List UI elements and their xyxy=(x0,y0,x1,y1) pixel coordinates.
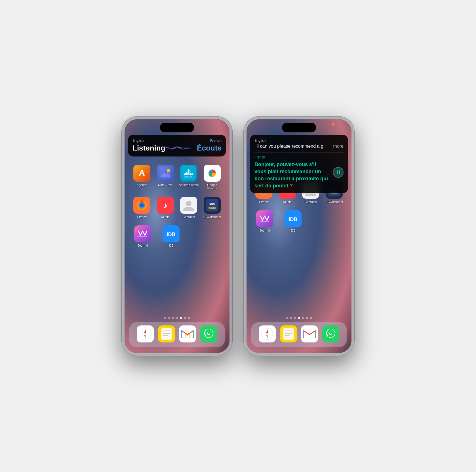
idb-label-1: iDB xyxy=(169,244,174,247)
page-dots-1 xyxy=(125,317,229,319)
translation-overlay-1[interactable]: English French Listening xyxy=(128,135,226,156)
phone-2: English Hi can you please recommend a g … xyxy=(244,117,354,356)
music-label-1: Music xyxy=(161,215,169,219)
idb-label-2: iDB xyxy=(290,229,296,232)
music-icon-1: ♪ xyxy=(157,197,174,214)
firefox-label-2: Firefox xyxy=(259,200,269,204)
gphotos-label: Google Photos xyxy=(202,183,222,190)
dock-safari-1[interactable] xyxy=(135,325,155,344)
dock-gmail-1[interactable] xyxy=(177,325,198,344)
svg-text:iDB: iDB xyxy=(289,217,298,222)
dot2-3 xyxy=(294,317,296,319)
app-item-liccustomer-1[interactable]: BBC digital LICCustomer xyxy=(202,197,222,219)
dock-notes-1[interactable] xyxy=(156,325,177,344)
app-row-2-2: Journal iDB iDB xyxy=(252,210,346,232)
dot-4 xyxy=(176,317,178,319)
lang-label-english-1: English xyxy=(132,139,144,143)
app-row-2: Firefox ♪ Music xyxy=(130,197,224,219)
orange-dot xyxy=(332,123,334,126)
page-dots-2 xyxy=(247,317,351,319)
liccustomer-icon-1: BBC digital xyxy=(204,197,221,214)
french-translation-text: Bonjour, pouvez-vous s'il vous plaît rec… xyxy=(254,161,344,190)
app-item-notecircle[interactable]: NoteCircle xyxy=(155,165,176,190)
phone-1-frame: English French Listening xyxy=(122,117,232,356)
dock-notes-2[interactable] xyxy=(278,325,299,344)
gmail-icon-1 xyxy=(179,325,196,342)
journal-icon-1 xyxy=(134,225,151,242)
app-item-agenda[interactable]: A Agenda xyxy=(132,165,152,190)
app-item-idb-2[interactable]: iDB iDB xyxy=(283,210,303,232)
dot-1 xyxy=(164,317,166,319)
dot2-5 xyxy=(302,317,304,319)
svg-rect-66 xyxy=(285,331,292,331)
dot2-1 xyxy=(286,317,288,319)
pause-icon xyxy=(337,170,340,174)
svg-point-15 xyxy=(140,203,144,207)
svg-rect-37 xyxy=(163,333,170,334)
firefox-label-1: Firefox xyxy=(137,215,147,219)
app-item-music-1[interactable]: ♪ Music xyxy=(155,197,176,219)
app-item-gphotos[interactable]: Google Photos xyxy=(202,165,222,190)
svg-rect-21 xyxy=(206,199,218,211)
svg-rect-36 xyxy=(163,331,170,331)
dock-safari-2[interactable] xyxy=(257,325,277,344)
more-button[interactable]: more xyxy=(333,144,344,149)
dock-1 xyxy=(129,322,225,347)
notes-icon-2 xyxy=(280,325,297,342)
app-row-1: A Agenda xyxy=(130,165,224,190)
phone-1: English French Listening xyxy=(122,117,232,356)
divider xyxy=(254,152,344,153)
dynamic-island-1 xyxy=(160,123,194,132)
notecircle-label: NoteCircle xyxy=(158,183,172,187)
dock-whatsapp-1[interactable] xyxy=(199,325,219,344)
app-item-firefox-1[interactable]: Firefox xyxy=(132,197,152,219)
english-lang-2: English xyxy=(254,139,344,143)
english-section: English Hi can you please recommend a g … xyxy=(254,139,344,149)
dot-6 xyxy=(184,317,186,319)
ecoute-text: Écoute xyxy=(197,144,222,153)
svg-rect-67 xyxy=(285,333,292,334)
agenda-label: Agenda xyxy=(136,183,147,187)
pause-bar-1 xyxy=(337,170,338,174)
journal-label-1: Journal xyxy=(138,244,148,247)
app-item-contacts-1[interactable]: Contacts xyxy=(178,197,199,219)
contacts-icon-1 xyxy=(180,197,197,214)
contacts-label-1: Contacts xyxy=(183,215,195,219)
svg-text:amazon: amazon xyxy=(184,175,193,178)
svg-text:A: A xyxy=(139,168,145,177)
dot-2 xyxy=(168,317,170,319)
agenda-icon: A xyxy=(133,165,150,182)
svg-rect-68 xyxy=(285,335,290,336)
journal-label-2: Journal xyxy=(260,229,270,232)
app-item-journal-2[interactable]: Journal xyxy=(254,210,275,232)
liccustomer-label-1: LICCustomer xyxy=(203,215,221,219)
dock-whatsapp-2[interactable] xyxy=(321,325,341,344)
pause-button[interactable] xyxy=(333,167,344,178)
firefox-icon-1 xyxy=(133,197,150,214)
pause-bar-2 xyxy=(339,170,340,174)
siri-wave xyxy=(163,145,191,151)
app-item-journal-1[interactable]: Journal xyxy=(132,225,153,247)
app-item-idb-1[interactable]: iDB iDB xyxy=(161,225,181,247)
dynamic-island-2 xyxy=(282,123,316,132)
music-label-2: Music xyxy=(283,200,291,204)
listening-text: Listening xyxy=(132,144,165,153)
gphotos-icon xyxy=(204,165,221,182)
svg-rect-70 xyxy=(303,330,316,338)
journal-icon-2 xyxy=(256,210,273,227)
app-item-alexa[interactable]: alexa amazon Amazon Alexa xyxy=(178,165,199,190)
whatsapp-icon-1 xyxy=(200,325,217,342)
whatsapp-icon-2 xyxy=(322,325,339,342)
contacts-label-2: Contacts xyxy=(305,200,317,204)
svg-point-5 xyxy=(167,169,170,172)
svg-rect-38 xyxy=(163,335,168,336)
french-section: French Bonjour, pouvez-vous s'il vous pl… xyxy=(254,155,344,190)
dock-gmail-2[interactable] xyxy=(299,325,320,344)
svg-rect-65 xyxy=(283,328,294,340)
translation-overlay-2[interactable]: English Hi can you please recommend a g … xyxy=(250,135,348,194)
dot-5 xyxy=(180,317,182,319)
svg-point-19 xyxy=(186,201,191,206)
svg-text:♪: ♪ xyxy=(163,201,167,210)
notecircle-icon xyxy=(157,165,174,182)
phone-2-frame: English Hi can you please recommend a g … xyxy=(244,117,354,356)
